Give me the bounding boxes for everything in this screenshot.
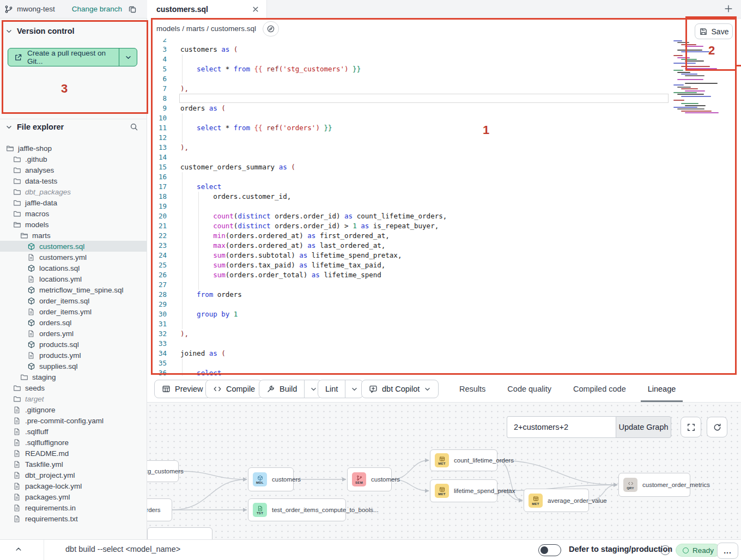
tree-item-target[interactable]: target xyxy=(0,393,147,404)
tab-code-quality[interactable]: Code quality xyxy=(507,376,551,402)
tree-item-products.sql[interactable]: products.sql xyxy=(0,339,147,350)
tree-item-locations.yml[interactable]: locations.yml xyxy=(0,273,147,284)
tab-customers-sql[interactable]: customers.sql xyxy=(147,0,267,19)
tree-item-.github[interactable]: .github xyxy=(0,154,147,165)
code-line-11[interactable]: 11 select * from {{ ref('orders') }} xyxy=(148,123,741,133)
code-line-19[interactable]: 19 xyxy=(148,202,741,211)
code-line-21[interactable]: 21 count(distinct orders.order_id) > 1 a… xyxy=(148,221,741,231)
code-editor[interactable]: 23customers as (45 select * from {{ ref(… xyxy=(148,39,741,376)
tree-item-staging[interactable]: staging xyxy=(0,372,147,382)
tree-item-packages.yml[interactable]: packages.yml xyxy=(0,491,147,502)
lineage-node-test_order_items_compute_to_bools...[interactable]: TSTtest_order_items_compute_to_bools... xyxy=(248,498,346,521)
update-graph-button[interactable]: Update Graph xyxy=(616,416,671,438)
tree-item-orders.sql[interactable]: orders.sql xyxy=(0,317,147,328)
tree-item-requirements.in[interactable]: requirements.in xyxy=(0,502,147,513)
lineage-node-customer_order_metrics[interactable]: QRYcustomer_order_metrics xyxy=(618,473,690,497)
dbt-copilot-button[interactable]: dbt Copilot xyxy=(361,380,439,398)
refresh-icon[interactable] xyxy=(707,417,727,437)
code-line-31[interactable]: 31 xyxy=(148,319,741,329)
code-line-26[interactable]: 26 sum(orders.order_total) as lifetime_s… xyxy=(148,270,741,280)
lineage-node-partial[interactable] xyxy=(147,527,212,539)
tree-item-customers.sql[interactable]: customers.sql xyxy=(0,241,147,252)
code-line-16[interactable]: 16 xyxy=(148,172,741,182)
tree-item-jaffle-data[interactable]: jaffle-data xyxy=(0,197,147,208)
lineage-node-orders[interactable]: MDLorders xyxy=(147,498,172,521)
tree-item-products.yml[interactable]: products.yml xyxy=(0,350,147,361)
expand-command-caret-icon[interactable] xyxy=(15,545,22,553)
new-tab-plus-icon[interactable] xyxy=(724,4,733,14)
tree-item-.pre-commit-config.yaml[interactable]: .pre-commit-config.yaml xyxy=(0,415,147,426)
tree-item-requirements.txt[interactable]: requirements.txt xyxy=(0,513,147,524)
lineage-node-customers[interactable]: SEMcustomers xyxy=(347,467,392,491)
version-control-header[interactable]: Version control xyxy=(5,27,75,35)
code-line-12[interactable]: 12 xyxy=(148,133,741,143)
minimap[interactable] xyxy=(671,40,715,115)
save-button[interactable]: Save xyxy=(695,23,733,39)
tab-results[interactable]: Results xyxy=(459,376,485,402)
tree-item-.gitignore[interactable]: .gitignore xyxy=(0,404,147,415)
tree-item-macros[interactable]: macros xyxy=(0,208,147,219)
code-line-4[interactable]: 4 xyxy=(148,54,741,64)
defer-toggle[interactable] xyxy=(538,544,561,556)
tree-item-data-tests[interactable]: data-tests xyxy=(0,175,147,186)
tree-item-order_items.sql[interactable]: order_items.sql xyxy=(0,295,147,306)
change-branch-link[interactable]: Change branch xyxy=(72,5,122,13)
cli-command-text[interactable]: dbt build --select <model_name> xyxy=(65,545,180,553)
tree-item-seeds[interactable]: seeds xyxy=(0,382,147,393)
create-pull-request-dropdown[interactable] xyxy=(119,48,137,66)
more-options-button[interactable]: ... xyxy=(717,543,738,559)
create-pull-request-main[interactable]: Create a pull request on Git... xyxy=(8,48,119,66)
tree-item-Taskfile.yml[interactable]: Taskfile.yml xyxy=(0,459,147,470)
code-line-22[interactable]: 22 min(orders.ordered_at) as first_order… xyxy=(148,231,741,241)
tree-item-package-lock.yml[interactable]: package-lock.yml xyxy=(0,480,147,491)
tree-item-dbt_packages[interactable]: dbt_packages xyxy=(0,186,147,197)
code-line-6[interactable]: 6 xyxy=(148,74,741,84)
code-line-10[interactable]: 10 xyxy=(148,113,741,123)
code-line-20[interactable]: 20 count(distinct orders.order_id) as co… xyxy=(148,211,741,221)
tree-item-metricflow_time_spine.sql[interactable]: metricflow_time_spine.sql xyxy=(0,284,147,295)
code-line-29[interactable]: 29 xyxy=(148,300,741,309)
code-line-14[interactable]: 14 xyxy=(148,153,741,162)
lineage-node-count_lifetime_orders[interactable]: METcount_lifetime_orders xyxy=(430,449,497,471)
file-explorer-header[interactable]: File explorer xyxy=(5,123,142,131)
tree-item-models[interactable]: models xyxy=(0,219,147,230)
search-icon[interactable] xyxy=(130,123,138,131)
tab-compiled-code[interactable]: Compiled code xyxy=(573,376,626,402)
lineage-node-average_order_value[interactable]: METaverage_order_value xyxy=(524,489,589,512)
lint-dropdown[interactable] xyxy=(345,380,363,398)
code-line-3[interactable]: 3customers as ( xyxy=(148,45,741,54)
lineage-node-lifetime_spend_pretax[interactable]: METlifetime_spend_pretax xyxy=(430,479,497,502)
tree-item-analyses[interactable]: analyses xyxy=(0,165,147,175)
code-line-28[interactable]: 28 from orders xyxy=(148,290,741,300)
tree-item-dbt_project.yml[interactable]: dbt_project.yml xyxy=(0,470,147,480)
code-line-27[interactable]: 27 xyxy=(148,280,741,290)
lint-button[interactable]: Lint xyxy=(318,380,363,398)
build-button[interactable]: Build xyxy=(259,380,323,398)
tab-lineage[interactable]: Lineage xyxy=(648,376,676,402)
code-line-24[interactable]: 24 sum(orders.subtotal) as lifetime_spen… xyxy=(148,251,741,260)
code-line-7[interactable]: 7), xyxy=(148,84,741,94)
copy-icon[interactable] xyxy=(128,5,137,14)
fullscreen-icon[interactable] xyxy=(681,417,701,437)
tree-item-jaffle-shop[interactable]: jaffle-shop xyxy=(0,143,147,154)
tree-item-order_items.yml[interactable]: order_items.yml xyxy=(0,306,147,317)
code-line-23[interactable]: 23 max(orders.ordered_at) as last_ordere… xyxy=(148,241,741,251)
create-pull-request-button[interactable]: Create a pull request on Git... xyxy=(8,48,137,66)
code-line-17[interactable]: 17 select xyxy=(148,182,741,192)
code-line-32[interactable]: 32), xyxy=(148,329,741,339)
code-line-36[interactable]: 36 select xyxy=(148,368,741,376)
tree-item-customers.yml[interactable]: customers.yml xyxy=(0,252,147,263)
preview-button[interactable]: Preview xyxy=(154,380,211,398)
help-icon[interactable]: ? xyxy=(660,545,670,555)
tree-item-marts[interactable]: marts xyxy=(0,230,147,241)
code-line-5[interactable]: 5 select * from {{ ref('stg_customers') … xyxy=(148,64,741,74)
compile-button[interactable]: Compile xyxy=(205,380,263,398)
code-line-33[interactable]: 33 xyxy=(148,339,741,349)
code-line-18[interactable]: 18 orders.customer_id, xyxy=(148,192,741,202)
code-line-9[interactable]: 9orders as ( xyxy=(148,104,741,113)
tree-item-supplies.sql[interactable]: supplies.sql xyxy=(0,361,147,372)
tree-item-orders.yml[interactable]: orders.yml xyxy=(0,328,147,339)
tree-item-.sqlfluffignore[interactable]: .sqlfluffignore xyxy=(0,437,147,448)
close-icon[interactable] xyxy=(251,5,260,14)
tree-item-.sqlfluff[interactable]: .sqlfluff xyxy=(0,426,147,437)
